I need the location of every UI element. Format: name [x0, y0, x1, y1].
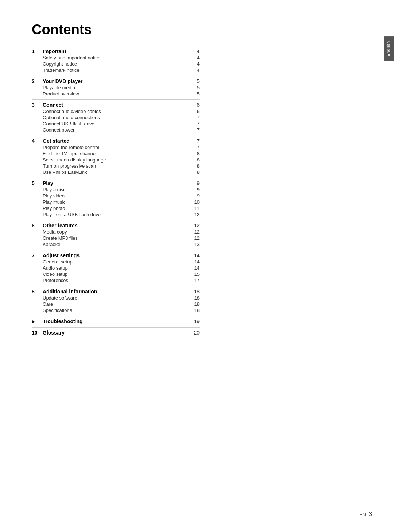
section-row-10: 10Glossary20: [32, 330, 200, 336]
section-divider-7: [32, 250, 200, 250]
section-page-9: 19: [192, 318, 200, 324]
section-group-9: 9Troubleshooting19: [32, 316, 200, 324]
page-title: Contents: [32, 22, 365, 38]
subsection-row-5-1: Play video9: [32, 193, 200, 199]
subsection-title-6-0: Media copy: [43, 229, 192, 235]
subsection-title-4-3: Turn on progressive scan: [43, 163, 192, 169]
subsection-row-7-3: Preferences17: [32, 278, 200, 283]
subsection-row-3-1: Optional audio connections7: [32, 115, 200, 120]
subsection-page-6-2: 13: [192, 242, 200, 247]
subsection-page-5-1: 9: [192, 193, 200, 199]
subsection-row-3-0: Connect audio/video cables6: [32, 109, 200, 114]
section-title-1: Important: [43, 48, 192, 54]
subsection-row-7-0: General setup14: [32, 259, 200, 265]
section-title-9: Troubleshooting: [43, 318, 192, 324]
section-page-2: 5: [192, 78, 200, 84]
section-title-5: Play: [43, 180, 192, 186]
section-title-7: Adjust settings: [43, 253, 192, 258]
subsection-title-8-2: Specifications: [43, 308, 192, 313]
section-number-3: 3: [32, 102, 43, 108]
section-page-7: 14: [192, 253, 200, 258]
subsection-page-8-1: 18: [192, 301, 200, 307]
section-row-2: 2Your DVD player5: [32, 78, 200, 84]
subsection-row-3-3: Connect power7: [32, 127, 200, 133]
subsection-row-4-1: Find the TV input channel8: [32, 151, 200, 156]
section-row-7: 7Adjust settings14: [32, 253, 200, 258]
subsection-page-3-3: 7: [192, 127, 200, 133]
subsection-title-8-1: Care: [43, 301, 192, 307]
section-title-6: Other features: [43, 223, 192, 228]
subsection-page-1-1: 4: [192, 61, 200, 67]
section-row-9: 9Troubleshooting19: [32, 318, 200, 324]
subsection-title-1-2: Trademark notice: [43, 67, 192, 73]
subsection-page-3-1: 7: [192, 115, 200, 120]
subsection-page-8-2: 18: [192, 308, 200, 313]
section-title-2: Your DVD player: [43, 78, 192, 84]
section-row-6: 6Other features12: [32, 223, 200, 228]
section-page-8: 18: [192, 289, 200, 294]
subsection-page-4-4: 8: [192, 169, 200, 175]
section-group-2: 2Your DVD player5Playable media5Product …: [32, 76, 200, 97]
subsection-page-5-0: 9: [192, 187, 200, 192]
subsection-page-3-0: 6: [192, 109, 200, 114]
section-page-4: 7: [192, 138, 200, 144]
subsection-title-1-1: Copyright notice: [43, 61, 192, 67]
section-page-5: 9: [192, 180, 200, 186]
section-divider-2: [32, 76, 200, 76]
section-group-4: 4Get started7Prepare the remote control7…: [32, 136, 200, 175]
subsection-page-2-0: 5: [192, 85, 200, 90]
subsection-row-1-2: Trademark notice4: [32, 67, 200, 73]
subsection-title-3-3: Connect power: [43, 127, 192, 133]
subsection-title-6-2: Karaoke: [43, 242, 192, 247]
subsection-row-5-3: Play photo11: [32, 206, 200, 211]
subsection-page-3-2: 7: [192, 121, 200, 126]
subsection-title-2-0: Playable media: [43, 85, 192, 90]
section-page-6: 12: [192, 223, 200, 228]
section-title-4: Get started: [43, 138, 192, 144]
subsection-title-4-0: Prepare the remote control: [43, 145, 192, 150]
section-group-8: 8Additional information18Update software…: [32, 286, 200, 313]
subsection-row-5-2: Play music10: [32, 199, 200, 205]
section-row-1: 1Important4: [32, 48, 200, 54]
toc-table: 1Important4Safety and important notice4C…: [32, 48, 200, 336]
section-group-1: 1Important4Safety and important notice4C…: [32, 48, 200, 73]
subsection-title-5-3: Play photo: [43, 206, 192, 211]
subsection-row-7-1: Audio setup14: [32, 265, 200, 271]
bottom-info: EN 3: [359, 511, 372, 517]
subsection-title-3-0: Connect audio/video cables: [43, 109, 192, 114]
subsection-title-7-2: Video setup: [43, 271, 192, 277]
subsection-row-7-2: Video setup15: [32, 271, 200, 277]
section-number-8: 8: [32, 289, 43, 294]
subsection-row-5-4: Play from a USB flash drive12: [32, 212, 200, 217]
section-divider-9: [32, 316, 200, 316]
subsection-row-1-0: Safety and important notice4: [32, 55, 200, 60]
section-divider-3: [32, 99, 200, 100]
language-tab: English: [384, 36, 394, 61]
section-number-5: 5: [32, 180, 43, 186]
subsection-row-4-3: Turn on progressive scan8: [32, 163, 200, 169]
language-label: EN: [359, 512, 366, 517]
section-number-9: 9: [32, 318, 43, 324]
subsection-title-1-0: Safety and important notice: [43, 55, 192, 60]
subsection-page-7-3: 17: [192, 278, 200, 283]
section-divider-8: [32, 286, 200, 286]
page-container: Contents 1Important4Safety and important…: [0, 0, 394, 532]
subsection-title-2-1: Product overview: [43, 91, 192, 97]
section-row-5: 5Play9: [32, 180, 200, 186]
section-number-2: 2: [32, 78, 43, 84]
subsection-title-5-4: Play from a USB flash drive: [43, 212, 192, 217]
section-title-3: Connect: [43, 102, 192, 108]
subsection-row-6-2: Karaoke13: [32, 242, 200, 247]
section-group-5: 5Play9Play a disc9Play video9Play music1…: [32, 178, 200, 217]
section-group-3: 3Connect6Connect audio/video cables6Opti…: [32, 99, 200, 133]
subsection-page-5-2: 10: [192, 199, 200, 205]
subsection-page-6-0: 12: [192, 229, 200, 235]
subsection-page-6-1: 12: [192, 235, 200, 241]
subsection-row-8-0: Update software18: [32, 295, 200, 301]
subsection-page-1-2: 4: [192, 67, 200, 73]
subsection-title-5-0: Play a disc: [43, 187, 192, 192]
section-number-7: 7: [32, 253, 43, 258]
section-title-10: Glossary: [43, 330, 192, 336]
subsection-page-4-0: 7: [192, 145, 200, 150]
subsection-row-6-0: Media copy12: [32, 229, 200, 235]
